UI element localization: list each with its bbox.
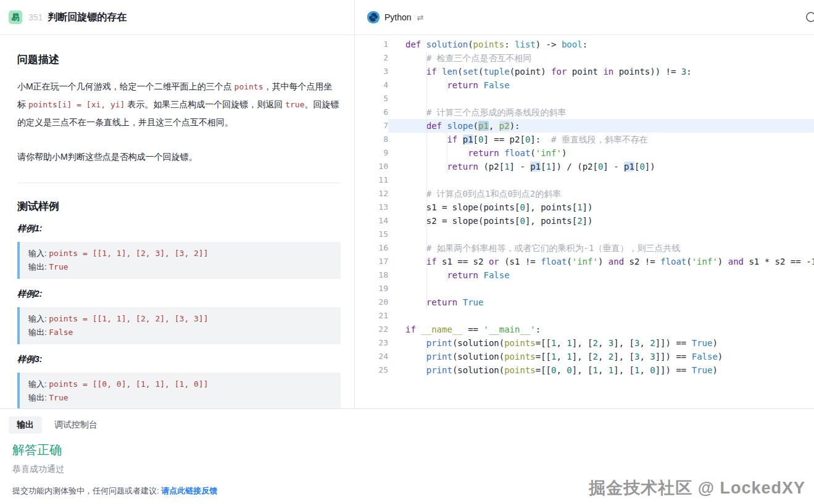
code-line[interactable]: 22if __name__ == '__main__': [355, 323, 814, 336]
line-number: 1 [355, 38, 388, 51]
code-content: if s1 == s2 or (s1 != float('inf') and s… [388, 255, 814, 268]
code-token: list [515, 39, 536, 49]
line-number: 18 [355, 268, 388, 282]
code-token: 3 [650, 352, 655, 361]
problem-id: 351 [28, 12, 43, 22]
sample-output-line: 输出: True [28, 391, 332, 405]
code-token: (s1 != [499, 257, 541, 266]
code-line[interactable]: 2 # 检查三个点是否互不相同 [355, 51, 814, 65]
code-content: def slope(p1, p2): [388, 119, 814, 133]
code-line[interactable]: 18 return False [355, 268, 814, 282]
code-line[interactable]: 7 def slope(p1, p2): [355, 119, 814, 133]
code-token: ]) [583, 216, 593, 226]
code-token: False [483, 270, 509, 280]
code-line[interactable]: 19 [355, 282, 814, 295]
code-token: if [426, 67, 437, 76]
refresh-icon[interactable] [805, 12, 814, 23]
indent-guide [426, 92, 427, 105]
code-token: ]) [645, 162, 655, 171]
code-line[interactable]: 16 # 如果两个斜率相等，或者它们的乘积为-1（垂直），则三点共线 [355, 241, 814, 255]
code-token: 'inf' [536, 148, 562, 158]
code-token: float [541, 257, 567, 266]
code-token: (solution( [452, 338, 504, 348]
code-line[interactable]: 9 return float('inf') [355, 146, 814, 160]
code-token: : [504, 39, 515, 49]
code-token: =[[ [536, 365, 551, 375]
code-line[interactable]: 6 # 计算三个点形成的两条线段的斜率 [355, 105, 814, 119]
code-line[interactable]: 5 [355, 92, 814, 105]
code-token: , [556, 338, 567, 348]
code-line[interactable]: 23 print(solution(points=[[1, 1], [2, 3]… [355, 336, 814, 350]
code-token: s1 == s2 [437, 257, 489, 266]
line-number: 15 [355, 228, 388, 241]
code-line[interactable]: 17 if s1 == s2 or (s1 != float('inf') an… [355, 255, 814, 268]
line-number: 11 [355, 173, 388, 187]
sample-label: 样例2: [17, 289, 341, 300]
code-line[interactable]: 21 [355, 309, 814, 323]
code-line[interactable]: 11 [355, 173, 814, 187]
swap-language-icon[interactable]: ⇄ [417, 13, 424, 22]
feedback-text: 提交功能内测体验中，任何问题或者建议: [12, 486, 161, 495]
code-token: ( [457, 67, 462, 76]
code-content: return False [388, 268, 814, 282]
line-number: 13 [355, 200, 388, 214]
code-token: 2 [577, 216, 582, 226]
code-line[interactable]: 25 print(solution(points=[[0, 0], [1, 1]… [355, 363, 814, 377]
indent-guide [426, 350, 427, 363]
indent-guide [426, 268, 427, 282]
line-number: 9 [355, 146, 388, 160]
code-content: s2 = slope(points[0], points[2]) [388, 214, 814, 228]
code-token: [ [541, 162, 546, 171]
code-token: ], [ [613, 352, 634, 361]
code-token: bool [562, 39, 583, 49]
difficulty-badge: 易 [9, 10, 22, 24]
code-token: ): [510, 121, 520, 131]
tab-debug-console[interactable]: 调试控制台 [54, 419, 98, 431]
code-line[interactable]: 3 if len(set(tuple(point) for point in p… [355, 65, 814, 78]
code-token: 3 [608, 338, 613, 348]
code-token: (solution( [452, 365, 504, 375]
code-token: (solution( [452, 352, 504, 361]
line-number: 5 [355, 92, 388, 105]
sample-label: 样例1: [17, 223, 341, 234]
code-token: # 计算点0到点1和点0到点2的斜率 [405, 189, 561, 199]
code-token: ( [567, 257, 571, 266]
code-line[interactable]: 1def solution(points: list) -> bool: [355, 38, 814, 51]
code-line[interactable]: 12 # 计算点0到点1和点0到点2的斜率 [355, 187, 814, 200]
code-token [405, 148, 468, 158]
feedback-link[interactable]: 请点此链接反馈 [161, 486, 217, 495]
line-number: 6 [355, 105, 388, 119]
code-line[interactable]: 10 return (p2[1] - p1[1]) / (p2[0] - p1[… [355, 160, 814, 173]
code-token: == [463, 324, 484, 334]
code-line[interactable]: 13 s1 = slope(points[0], points[1]) [355, 200, 814, 214]
tab-output[interactable]: 输出 [9, 416, 42, 434]
code-line[interactable]: 4 return False [355, 78, 814, 92]
code-line[interactable]: 15 [355, 228, 814, 241]
editor-panel: Python ⇄ 1def solution(points: list) -> … [355, 0, 814, 408]
inline-code: points [235, 82, 264, 91]
code-token: # 计算三个点形成的两条线段的斜率 [405, 107, 567, 117]
io-label: 输出: [28, 393, 49, 402]
desc-text: 小M正在玩一个几何游戏，给定一个二维平面上的三个点 [17, 81, 235, 91]
code-token [405, 121, 426, 131]
code-token: def [426, 121, 442, 131]
indent-guide [426, 228, 427, 241]
indent-guide [426, 173, 427, 187]
code-token: ], points[ [525, 216, 577, 226]
io-label: 输入: [28, 249, 49, 258]
code-token: ]) / (p2[ [551, 162, 598, 171]
code-editor[interactable]: 1def solution(points: list) -> bool:2 # … [355, 35, 814, 408]
code-token: # 检查三个点是否互不相同 [405, 53, 532, 63]
code-line[interactable]: 24 print(solution(points=[[1, 1], [2, 2]… [355, 350, 814, 363]
code-content: print(solution(points=[[1, 1], [2, 2], [… [388, 350, 814, 363]
code-line[interactable]: 14 s2 = slope(points[0], points[2]) [355, 214, 814, 228]
code-line[interactable]: 8 if p1[0] == p2[0]: # 垂直线段，斜率不存在 [355, 133, 814, 146]
code-token: 0 [650, 365, 655, 375]
code-token: len [442, 67, 457, 76]
samples-list: 样例1:输入: points = [[1, 1], [2, 3], [3, 2]… [17, 223, 341, 408]
code-line[interactable]: 20 return True [355, 295, 814, 309]
code-token: : [686, 67, 691, 76]
code-token: 1 [567, 338, 571, 348]
code-token: p1 [530, 162, 541, 171]
main-split: 易 351 判断回旋镖的存在 问题描述 小M正在玩一个几何游戏，给定一个二维平面… [0, 0, 814, 408]
